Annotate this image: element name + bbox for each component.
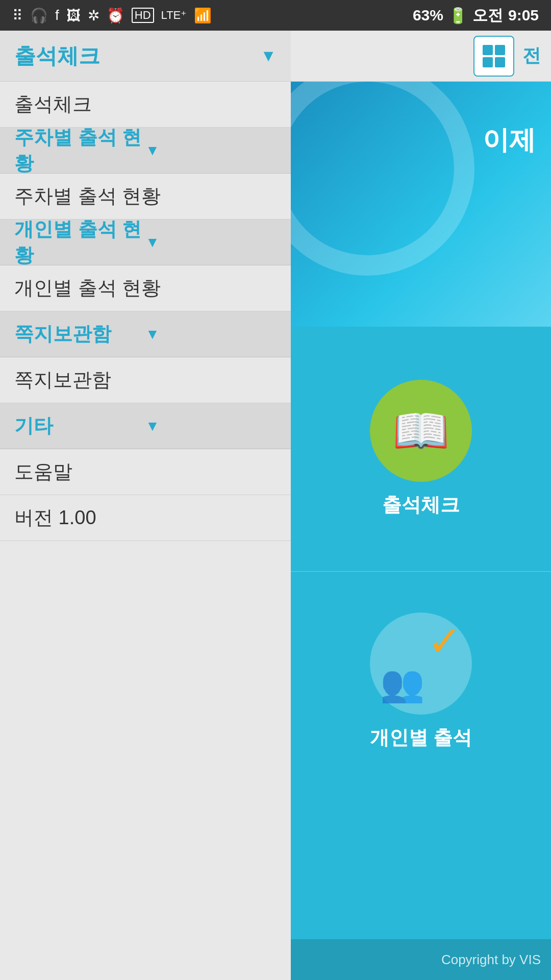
bluetooth-icon: ✲: [88, 7, 99, 24]
battery-icon: 🔋: [448, 7, 467, 24]
attendance-check-tile[interactable]: 📖 출석체크: [291, 327, 551, 572]
attendance-icon-circle: ✓ 👥: [370, 612, 472, 715]
sidebar-group-label: 기타: [14, 413, 145, 439]
sidebar-header[interactable]: 출석체크 ▼: [0, 31, 291, 82]
status-bar: ⠿ 🎧 f 🖼 ✲ ⏰ HD LTE⁺ 📶 63% 🔋 오전 9:05: [0, 0, 551, 31]
headphone-icon: 🎧: [30, 7, 48, 24]
chevron-down-icon: ▼: [145, 418, 277, 434]
network-label: 오전: [472, 5, 503, 26]
sidebar-item-label: 출석체크: [14, 91, 92, 117]
topbar-text: 전: [522, 43, 541, 68]
grid-view-button[interactable]: [473, 36, 514, 77]
sidebar-item-help[interactable]: 도움말: [0, 449, 291, 495]
sidebar-group-label: 개인별 출석 현황: [14, 216, 145, 268]
menu-icon: ⠿: [12, 7, 23, 24]
sidebar-item-label: 도움말: [14, 459, 72, 485]
individual-attendance-label: 개인별 출석: [370, 725, 472, 751]
alarm-icon: ⏰: [107, 7, 124, 24]
grid-icon: [483, 45, 505, 67]
people-icon: 👥: [380, 663, 424, 704]
sidebar-item-label: 주차별 출석 현황: [14, 183, 161, 209]
signal-icon: 📶: [194, 7, 212, 24]
facebook-icon: f: [55, 7, 59, 23]
chevron-down-icon: ▼: [145, 326, 277, 342]
sidebar-item-version: 버전 1.00: [0, 495, 291, 541]
sidebar-item-label: 쪽지보관함: [14, 367, 111, 393]
book-icon-circle: 📖: [370, 380, 472, 482]
sidebar-item-weekly-attendance[interactable]: 주차별 출석 현황: [0, 174, 291, 219]
sidebar-item-messages[interactable]: 쪽지보관함: [0, 357, 291, 403]
battery-percent: 63%: [413, 7, 443, 24]
individual-attendance-tile[interactable]: ✓ 👥 개인별 출석: [291, 572, 551, 791]
banner-title-text: 이제: [483, 122, 536, 158]
sidebar-item-label: 개인별 출석 현황: [14, 275, 161, 301]
sidebar-header-title: 출석체크: [14, 42, 260, 70]
sidebar-header-arrow-icon: ▼: [260, 46, 277, 65]
sidebar-group-label: 쪽지보관함: [14, 321, 145, 347]
sidebar-item-attendance-check[interactable]: 출석체크: [0, 82, 291, 128]
sidebar-item-label: 버전 1.00: [14, 505, 96, 531]
sidebar-group-other[interactable]: 기타 ▼: [0, 403, 291, 449]
image-icon: 🖼: [66, 7, 81, 24]
lte-icon: LTE⁺: [161, 9, 187, 22]
sidebar-group-individual-attendance[interactable]: 개인별 출석 현황 ▼: [0, 219, 291, 265]
content-tiles: 이제 📖 출석체크 ✓ 👥 개인별 출석: [291, 82, 551, 980]
copyright-bar: Copyright by VIS: [291, 939, 551, 980]
sidebar-drawer: 출석체크 ▼ 출석체크 주차별 출석 현황 ▼ 주차별 출석 현황 개인별 출석…: [0, 31, 291, 980]
content-area: 전 이제 📖 출석체크 ✓ 👥 개인별 출석: [291, 31, 551, 980]
status-right-info: 63% 🔋 오전 9:05: [413, 5, 539, 26]
sidebar-group-label: 주차별 출석 현황: [14, 125, 145, 177]
chevron-down-icon: ▼: [145, 142, 277, 159]
time-display: 9:05: [508, 7, 539, 24]
status-icons: ⠿ 🎧 f 🖼 ✲ ⏰ HD LTE⁺ 📶: [12, 7, 212, 24]
chevron-down-icon: ▼: [145, 234, 277, 251]
book-icon: 📖: [392, 404, 449, 458]
checkmark-icon: ✓: [428, 618, 462, 665]
sidebar-group-messages[interactable]: 쪽지보관함 ▼: [0, 311, 291, 357]
main-layout: 출석체크 ▼ 출석체크 주차별 출석 현황 ▼ 주차별 출석 현황 개인별 출석…: [0, 31, 551, 980]
content-topbar: 전: [291, 31, 551, 82]
sidebar-item-individual-attendance[interactable]: 개인별 출석 현황: [0, 265, 291, 311]
sidebar-group-weekly-attendance[interactable]: 주차별 출석 현황 ▼: [0, 128, 291, 174]
banner-circle-decoration: [291, 82, 474, 276]
hd-icon: HD: [132, 8, 154, 23]
attendance-check-label: 출석체크: [382, 492, 460, 518]
copyright-text: Copyright by VIS: [441, 952, 541, 968]
banner-tile[interactable]: 이제: [291, 82, 551, 327]
